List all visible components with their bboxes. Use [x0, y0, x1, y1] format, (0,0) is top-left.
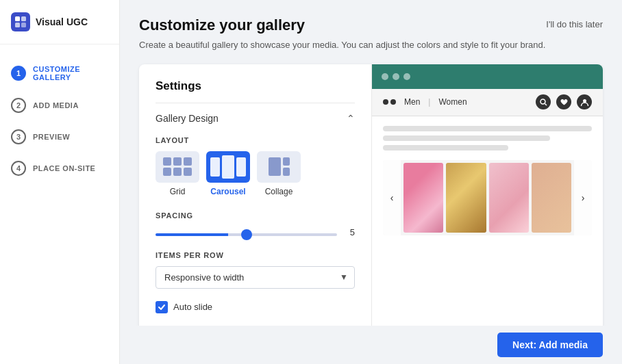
layout-label: LAYOUT	[156, 136, 355, 144]
carousel-layout-label: Carousel	[210, 187, 245, 196]
skeleton-line-1	[383, 126, 592, 131]
layout-option-carousel[interactable]: Carousel	[206, 151, 250, 196]
card-area: Settings Gallery Design ⌃ LAYOUT	[139, 64, 603, 348]
preview-panel: Men | Women	[372, 64, 603, 348]
gallery-design-label: Gallery Design	[156, 113, 219, 124]
skeleton-line-2	[383, 135, 550, 141]
settings-title: Settings	[156, 79, 355, 103]
sidebar-label-place-on-site: Place On-Site	[33, 164, 95, 172]
spacing-row: 5	[156, 226, 355, 239]
main-content: Customize your gallery I'll do this late…	[120, 0, 622, 364]
image-placeholder-sunglasses	[446, 163, 486, 233]
search-icon[interactable]	[536, 94, 551, 109]
sidebar-label-preview: Preview	[33, 133, 70, 141]
nav-num-4: 4	[11, 161, 26, 176]
image-placeholder-partial	[532, 163, 571, 233]
sidebar-logo: Visual UGC	[0, 0, 119, 44]
layout-option-grid[interactable]: Grid	[156, 151, 199, 196]
sidebar-item-place-on-site[interactable]: 4 Place On-Site	[0, 154, 119, 183]
settings-panel: Settings Gallery Design ⌃ LAYOUT	[139, 64, 372, 348]
skip-link[interactable]: I'll do this later	[546, 19, 603, 29]
nav-link-men[interactable]: Men	[404, 97, 420, 107]
spacing-slider-wrap	[156, 226, 337, 239]
svg-point-4	[540, 99, 545, 104]
collage-layout-label: Collage	[265, 187, 293, 196]
svg-rect-2	[15, 23, 20, 27]
image-placeholder-pink	[403, 163, 443, 233]
carousel-image-1	[403, 163, 443, 233]
app-logo-icon	[11, 12, 30, 31]
layout-options: Grid Carousel	[156, 151, 355, 196]
layout-icon-carousel	[206, 151, 250, 183]
spacing-slider[interactable]	[156, 233, 337, 236]
carousel-preview: ‹	[383, 160, 592, 235]
layout-option-collage[interactable]: Collage	[257, 151, 301, 196]
browser-content: ‹	[372, 116, 603, 245]
svg-rect-1	[21, 16, 26, 21]
sidebar-label-customize-gallery: Customize Gallery	[33, 65, 108, 81]
skeleton-text-lines	[383, 126, 592, 151]
carousel-image-3	[489, 163, 529, 233]
spacing-section: SPACING 5	[156, 211, 355, 239]
auto-slide-label: Auto slide	[173, 302, 212, 312]
account-icon[interactable]	[577, 94, 592, 109]
next-button[interactable]: Next: Add media	[497, 333, 603, 357]
nav-num-3: 3	[11, 129, 26, 144]
chevron-up-icon: ⌃	[347, 113, 355, 124]
main-header: Customize your gallery I'll do this late…	[139, 16, 603, 34]
carousel-next-button[interactable]: ›	[574, 160, 592, 235]
layout-icon-grid	[156, 151, 199, 183]
gallery-design-section-header[interactable]: Gallery Design ⌃	[156, 113, 355, 124]
skeleton-line-3	[383, 145, 508, 151]
svg-rect-3	[21, 23, 26, 27]
bottom-bar: Next: Add media	[120, 326, 622, 364]
browser-dot-1	[382, 73, 388, 80]
spacing-value: 5	[344, 227, 355, 237]
items-per-row-section: ITEMS PER ROW Responsive to width 1 2 3 …	[156, 251, 355, 289]
page-subtitle: Create a beautiful gallery to showcase y…	[139, 38, 603, 52]
items-per-row-select-wrap: Responsive to width 1 2 3 4 5 ▼	[156, 266, 355, 289]
brand-logo-dots	[383, 99, 396, 105]
sidebar-label-add-media: Add Media	[33, 101, 79, 109]
app-name: Visual UGC	[36, 16, 88, 27]
carousel-image-4	[532, 163, 571, 233]
grid-layout-label: Grid	[170, 187, 186, 196]
svg-line-5	[545, 103, 547, 105]
image-placeholder-pink-light	[489, 163, 529, 233]
layout-icon-collage	[257, 151, 301, 183]
sidebar-nav: 1 Customize Gallery 2 Add Media 3 Previe…	[0, 44, 119, 196]
nav-links: Men | Women	[404, 97, 527, 107]
browser-dot-2	[393, 73, 399, 80]
auto-slide-row[interactable]: Auto slide	[156, 301, 355, 313]
nav-link-women[interactable]: Women	[438, 97, 466, 107]
browser-titlebar	[372, 64, 603, 89]
carousel-prev-button[interactable]: ‹	[383, 160, 401, 235]
grid-icon-dots	[163, 157, 192, 176]
collage-icon-cells	[269, 157, 290, 176]
nav-icons	[536, 94, 592, 109]
page-title: Customize your gallery	[139, 16, 305, 34]
auto-slide-checkbox[interactable]	[156, 301, 168, 313]
mock-browser: Men | Women	[372, 64, 603, 348]
carousel-images	[401, 160, 574, 235]
sidebar-item-customize-gallery[interactable]: 1 Customize Gallery	[0, 58, 119, 88]
sidebar-item-preview[interactable]: 3 Preview	[0, 122, 119, 151]
items-per-row-label: ITEMS PER ROW	[156, 251, 355, 259]
sidebar: Visual UGC 1 Customize Gallery 2 Add Med…	[0, 0, 120, 364]
spacing-label: SPACING	[156, 211, 355, 220]
sidebar-item-add-media[interactable]: 2 Add Media	[0, 91, 119, 120]
nav-num-1: 1	[11, 66, 26, 81]
browser-nav: Men | Women	[372, 89, 603, 116]
heart-icon[interactable]	[556, 94, 571, 109]
carousel-icon-bars	[210, 155, 246, 179]
svg-rect-0	[15, 16, 20, 21]
items-per-row-select[interactable]: Responsive to width 1 2 3 4 5	[156, 266, 355, 289]
nav-num-2: 2	[11, 98, 26, 113]
browser-dot-3	[403, 73, 410, 80]
carousel-image-2	[446, 163, 486, 233]
